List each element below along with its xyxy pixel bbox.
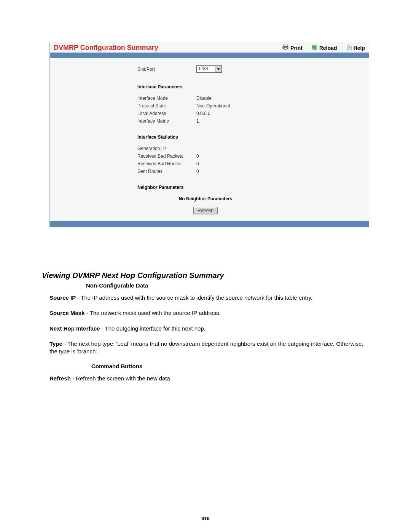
panel-body: Slot/Port 0/38 Interface Parameters Inte…	[50, 58, 369, 221]
term-source-ip: Source IP	[49, 294, 76, 301]
doc-subhead-command-buttons: Command Buttons	[91, 363, 369, 369]
label-sent-routes: Sent Routes	[137, 169, 196, 174]
reload-link[interactable]: Reload	[312, 45, 337, 51]
help-link[interactable]: ? Help	[346, 45, 365, 51]
label-received-bad-routes: Received Bad Routes	[137, 161, 196, 166]
desc-next-hop: - The outgoing interface for this next h…	[100, 325, 206, 332]
desc-source-ip: - The IP address used with the source ma…	[76, 294, 312, 301]
panel-title: DVMRP Configuration Summary	[54, 44, 158, 52]
doc-subhead-nonconfig: Non-Configurable Data	[86, 282, 369, 289]
desc-type: - The next hop type. 'Leaf' means that n…	[49, 340, 363, 355]
value-local-address: 0.0.0.0	[196, 111, 361, 116]
term-refresh: Refresh	[49, 375, 71, 382]
slot-port-select[interactable]: 0/38	[196, 65, 222, 73]
row-generation-id: Generation ID	[137, 146, 361, 151]
doc-para-refresh: Refresh - Refresh the screen with the ne…	[49, 375, 369, 382]
doc-para-source-ip: Source IP - The IP address used with the…	[49, 294, 369, 302]
panel-bottom-bar	[50, 221, 369, 227]
label-interface-mode: Interface Mode	[137, 96, 196, 101]
label-interface-metric: Interface Metric	[137, 118, 196, 124]
svg-rect-0	[284, 45, 287, 46]
label-protocol-state: Protocol State	[137, 103, 196, 109]
value-received-bad-packets: 0	[196, 153, 361, 159]
help-label: Help	[354, 45, 365, 51]
row-received-bad-routes: Received Bad Routes 0	[137, 161, 361, 166]
row-protocol-state: Protocol State Non-Operational	[137, 103, 361, 109]
slot-port-value: 0/38	[197, 66, 215, 72]
desc-refresh: - Refresh the screen with the new data	[71, 375, 170, 382]
no-neighbor-message: No Neighbor Parameters	[50, 196, 361, 201]
term-source-mask: Source Mask	[49, 310, 85, 316]
panel-actions: Print Reload	[282, 45, 365, 51]
label-generation-id: Generation ID	[137, 146, 196, 151]
svg-rect-2	[284, 48, 287, 50]
print-icon	[282, 45, 288, 51]
print-link[interactable]: Print	[282, 45, 303, 51]
reload-icon	[312, 45, 317, 51]
panel-top-bar	[50, 53, 369, 58]
doc-para-type: Type - The next hop type. 'Leaf' means t…	[49, 340, 369, 356]
label-received-bad-packets: Received Bad Packets	[137, 153, 196, 159]
page-number: 616	[0, 516, 411, 521]
row-interface-metric: Interface Metric 1	[137, 118, 361, 124]
desc-source-mask: - The network mask used with the source …	[85, 310, 221, 316]
value-protocol-state: Non-Operational	[196, 103, 361, 109]
help-icon: ?	[346, 45, 352, 51]
value-received-bad-routes: 0	[196, 161, 361, 166]
value-interface-metric: 1	[196, 118, 361, 124]
row-interface-mode: Interface Mode Disable	[137, 96, 361, 101]
doc-para-source-mask: Source Mask - The network mask used with…	[49, 309, 369, 317]
slot-port-label: Slot/Port	[137, 66, 196, 72]
panel-header: DVMRP Configuration Summary Print	[50, 42, 369, 53]
value-sent-routes: 0	[196, 169, 361, 174]
term-next-hop: Next Hop Interface	[49, 325, 100, 332]
section-interface-parameters: Interface Parameters	[137, 84, 361, 89]
print-label: Print	[290, 45, 303, 51]
doc-heading: Viewing DVMRP Next Hop Configuration Sum…	[42, 271, 369, 280]
row-local-address: Local Address 0.0.0.0	[137, 111, 361, 116]
section-neighbor-parameters: Neighbor Parameters	[137, 185, 361, 190]
refresh-button[interactable]: Refresh	[193, 207, 218, 214]
doc-para-next-hop: Next Hop Interface - The outgoing interf…	[49, 325, 369, 332]
row-sent-routes: Sent Routes 0	[137, 169, 361, 174]
label-local-address: Local Address	[137, 111, 196, 116]
section-interface-statistics: Interface Statistics	[137, 134, 361, 140]
reload-label: Reload	[319, 45, 337, 51]
svg-text:?: ?	[348, 46, 350, 50]
value-interface-mode: Disable	[196, 96, 361, 101]
chevron-down-icon	[215, 66, 221, 72]
slot-port-row: Slot/Port 0/38	[137, 65, 361, 73]
term-type: Type	[49, 340, 62, 347]
config-panel: DVMRP Configuration Summary Print	[49, 42, 369, 227]
row-received-bad-packets: Received Bad Packets 0	[137, 153, 361, 159]
